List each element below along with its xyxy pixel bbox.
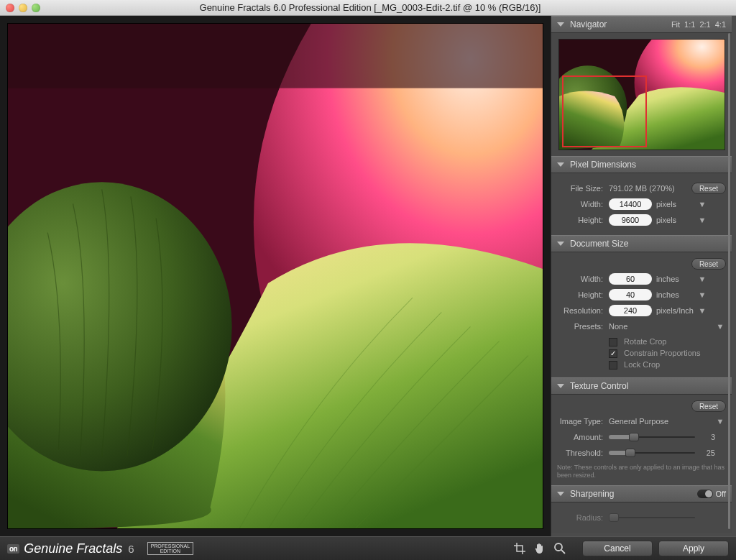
pixel-width-unit[interactable]: pixels [652, 200, 696, 208]
rotate-crop-label: Rotate Crop [624, 337, 666, 346]
radius-slider[interactable] [609, 513, 695, 522]
sharpening-off-label: Off [716, 490, 726, 498]
doc-height-unit[interactable]: inches [652, 290, 696, 299]
disclosure-triangle-icon[interactable] [557, 22, 564, 27]
resolution-unit[interactable]: pixels/Inch [652, 306, 696, 315]
chevron-down-icon[interactable]: ▼ [696, 200, 708, 208]
doc-width-unit[interactable]: inches [652, 275, 696, 283]
canvas-area[interactable] [0, 16, 551, 536]
doc-width-input[interactable]: 60 [609, 273, 652, 285]
tool-icons [513, 542, 566, 555]
cancel-button[interactable]: Cancel [582, 541, 653, 556]
imagetype-label: Image Type: [557, 417, 609, 426]
navigator-thumbnail[interactable] [558, 39, 725, 150]
pixel-height-unit[interactable]: pixels [652, 216, 696, 224]
chevron-down-icon[interactable]: ▼ [714, 322, 726, 331]
reset-button[interactable]: Reset [691, 258, 726, 270]
filesize-value: 791.02 MB (270%) [609, 184, 691, 193]
presets-label: Presets: [557, 322, 609, 331]
lock-crop-label: Lock Crop [624, 360, 660, 369]
doc-height-label: Height: [557, 290, 609, 299]
crop-tool-icon[interactable] [513, 542, 526, 555]
panel-title: Texture Control [570, 381, 628, 391]
panel-header-sharpening[interactable]: Sharpening Off [551, 485, 732, 502]
chevron-down-icon[interactable]: ▼ [714, 417, 726, 426]
brand-name: Genuine Fractals [24, 541, 122, 556]
footer-bar: on Genuine Fractals 6 PROFESSIONALEDITIO… [0, 536, 736, 560]
panel-header-navigator[interactable]: Navigator Fit 1:1 2:1 4:1 [551, 16, 732, 33]
edition-badge: PROFESSIONALEDITION [147, 542, 193, 555]
chevron-down-icon[interactable]: ▼ [696, 290, 708, 299]
zoom-fit[interactable]: Fit [671, 20, 680, 29]
right-sidebar: Navigator Fit 1:1 2:1 4:1 Pixel Di [551, 16, 736, 536]
disclosure-triangle-icon[interactable] [557, 384, 564, 388]
doc-height-input[interactable]: 40 [609, 289, 652, 300]
imagetype-dropdown[interactable]: General Purpose [609, 417, 714, 426]
chevron-down-icon[interactable]: ▼ [696, 275, 708, 283]
reset-button[interactable]: Reset [691, 400, 726, 412]
constrain-proportions-checkbox[interactable]: ✓ [609, 349, 617, 358]
hand-tool-icon[interactable] [533, 542, 546, 555]
width-label: Width: [557, 200, 609, 208]
texture-note: Note: These controls are only applied to… [557, 464, 726, 479]
panel-texture: Reset Image Type: General Purpose ▼ Amou… [551, 395, 732, 485]
pixel-height-input[interactable]: 9600 [609, 214, 652, 226]
zoom-1-1[interactable]: 1:1 [684, 20, 695, 29]
panel-title: Sharpening [570, 489, 614, 499]
panel-header-pixeldimensions[interactable]: Pixel Dimensions [551, 156, 732, 173]
panel-header-texture[interactable]: Texture Control [551, 377, 732, 395]
panel-sharpening: Radius: [551, 502, 732, 533]
disclosure-triangle-icon[interactable] [557, 492, 564, 496]
amount-label: Amount: [557, 433, 609, 441]
zoom-tool-icon[interactable] [553, 542, 566, 555]
reset-button[interactable]: Reset [691, 183, 726, 194]
brand-on-badge: on [7, 544, 19, 554]
pixel-width-input[interactable]: 14400 [609, 198, 652, 210]
resolution-input[interactable]: 240 [609, 305, 652, 316]
amount-value: 3 [695, 433, 715, 441]
chevron-down-icon[interactable]: ▼ [696, 306, 708, 315]
apply-button[interactable]: Apply [658, 541, 729, 556]
brand-area: on Genuine Fractals 6 PROFESSIONALEDITIO… [7, 541, 193, 556]
doc-width-label: Width: [557, 275, 609, 283]
window-title: Genuine Fractals 6.0 Professional Editio… [4, 2, 736, 13]
image-canvas[interactable] [7, 23, 543, 529]
panel-title: Pixel Dimensions [570, 160, 636, 170]
svg-point-5 [555, 543, 562, 551]
panel-title: Document Size [570, 239, 628, 249]
resolution-label: Resolution: [557, 306, 609, 315]
amount-slider[interactable] [609, 433, 695, 441]
navigator-viewport-box[interactable] [562, 75, 647, 147]
panel-pixeldimensions: File Size: 791.02 MB (270%) Reset Width:… [551, 173, 732, 235]
filesize-label: File Size: [557, 184, 609, 193]
lock-crop-checkbox[interactable] [609, 361, 617, 369]
titlebar: Genuine Fractals 6.0 Professional Editio… [0, 0, 736, 16]
zoom-4-1[interactable]: 4:1 [715, 20, 726, 29]
disclosure-triangle-icon[interactable] [557, 162, 564, 167]
panel-title: Navigator [570, 19, 607, 29]
radius-label: Radius: [557, 513, 609, 522]
brand-version: 6 [128, 543, 134, 555]
height-label: Height: [557, 216, 609, 224]
panel-navigator [551, 33, 732, 156]
sharpening-toggle[interactable] [697, 490, 713, 498]
threshold-slider[interactable] [609, 449, 695, 457]
threshold-value: 25 [695, 449, 715, 457]
threshold-label: Threshold: [557, 449, 609, 457]
presets-dropdown[interactable]: None [609, 322, 714, 331]
zoom-2-1[interactable]: 2:1 [699, 20, 710, 29]
svg-rect-2 [8, 24, 543, 88]
constrain-proportions-label: Constrain Proportions [624, 349, 700, 357]
rotate-crop-checkbox[interactable] [609, 338, 617, 346]
panel-documentsize: Reset Width: 60 inches ▼ Height: 40 inch… [551, 252, 732, 377]
disclosure-triangle-icon[interactable] [557, 242, 564, 246]
flower-image [8, 24, 543, 528]
panel-header-documentsize[interactable]: Document Size [551, 235, 732, 252]
chevron-down-icon[interactable]: ▼ [696, 216, 708, 224]
